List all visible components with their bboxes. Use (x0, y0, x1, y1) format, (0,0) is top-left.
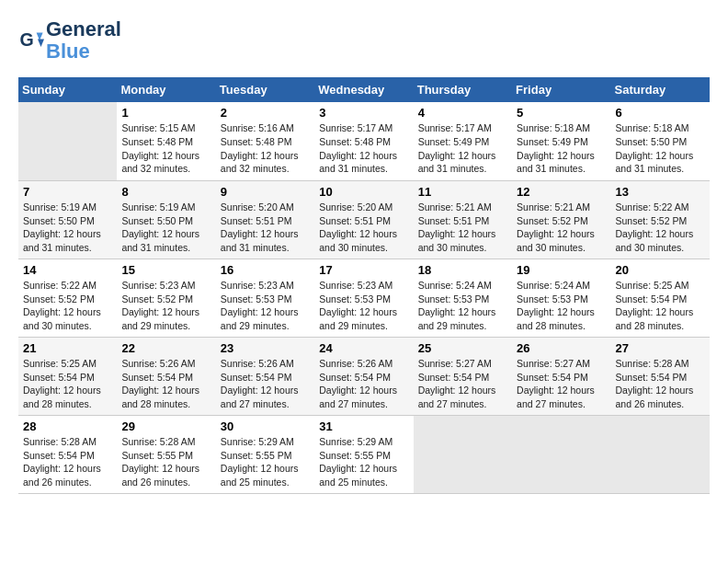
day-info: Sunrise: 5:25 AMSunset: 5:54 PMDaylight:… (23, 357, 112, 411)
calendar-week-row: 21Sunrise: 5:25 AMSunset: 5:54 PMDayligh… (18, 337, 710, 415)
svg-marker-2 (38, 40, 44, 47)
day-number: 18 (418, 263, 507, 277)
day-info: Sunrise: 5:29 AMSunset: 5:55 PMDaylight:… (221, 435, 310, 489)
day-number: 12 (517, 185, 606, 199)
day-number: 16 (221, 263, 310, 277)
day-info: Sunrise: 5:27 AMSunset: 5:54 PMDaylight:… (517, 357, 606, 411)
calendar-cell (18, 102, 117, 180)
calendar-cell: 24Sunrise: 5:26 AMSunset: 5:54 PMDayligh… (314, 337, 413, 415)
calendar-cell: 8Sunrise: 5:19 AMSunset: 5:50 PMDaylight… (117, 180, 215, 259)
calendar-cell (611, 415, 710, 493)
day-info: Sunrise: 5:18 AMSunset: 5:49 PMDaylight:… (517, 121, 606, 176)
calendar-cell: 7Sunrise: 5:19 AMSunset: 5:50 PMDaylight… (18, 180, 117, 259)
day-number: 6 (616, 106, 705, 120)
calendar-cell: 26Sunrise: 5:27 AMSunset: 5:54 PMDayligh… (512, 337, 610, 415)
calendar-cell: 20Sunrise: 5:25 AMSunset: 5:54 PMDayligh… (611, 259, 710, 337)
calendar-cell: 22Sunrise: 5:26 AMSunset: 5:54 PMDayligh… (117, 337, 215, 415)
day-number: 21 (23, 341, 112, 355)
day-number: 9 (221, 185, 310, 199)
day-number: 15 (121, 263, 210, 277)
day-number: 11 (418, 185, 507, 199)
day-number: 5 (517, 106, 606, 120)
calendar-header-row: SundayMondayTuesdayWednesdayThursdayFrid… (18, 77, 710, 102)
calendar-cell: 11Sunrise: 5:21 AMSunset: 5:51 PMDayligh… (414, 180, 512, 259)
calendar-table: SundayMondayTuesdayWednesdayThursdayFrid… (18, 77, 710, 494)
calendar-cell: 21Sunrise: 5:25 AMSunset: 5:54 PMDayligh… (18, 337, 117, 415)
day-number: 17 (319, 263, 408, 277)
day-info: Sunrise: 5:26 AMSunset: 5:54 PMDaylight:… (121, 357, 210, 411)
calendar-cell: 12Sunrise: 5:21 AMSunset: 5:52 PMDayligh… (512, 180, 610, 259)
day-number: 19 (517, 263, 606, 277)
day-number: 27 (616, 341, 705, 355)
header-day-monday: Monday (117, 77, 215, 102)
day-info: Sunrise: 5:20 AMSunset: 5:51 PMDaylight:… (221, 201, 310, 255)
day-number: 29 (121, 419, 210, 433)
day-info: Sunrise: 5:22 AMSunset: 5:52 PMDaylight:… (616, 201, 705, 255)
day-number: 4 (418, 106, 507, 120)
day-info: Sunrise: 5:23 AMSunset: 5:52 PMDaylight:… (121, 279, 210, 333)
day-number: 30 (221, 419, 310, 433)
calendar-cell: 31Sunrise: 5:29 AMSunset: 5:55 PMDayligh… (314, 415, 413, 493)
calendar-week-row: 28Sunrise: 5:28 AMSunset: 5:54 PMDayligh… (18, 415, 710, 493)
day-info: Sunrise: 5:28 AMSunset: 5:54 PMDaylight:… (23, 435, 112, 489)
header-day-friday: Friday (512, 77, 610, 102)
day-info: Sunrise: 5:28 AMSunset: 5:55 PMDaylight:… (121, 435, 210, 489)
calendar-week-row: 1Sunrise: 5:15 AMSunset: 5:48 PMDaylight… (18, 102, 710, 180)
day-info: Sunrise: 5:22 AMSunset: 5:52 PMDaylight:… (23, 279, 112, 333)
day-number: 1 (121, 106, 210, 120)
day-info: Sunrise: 5:18 AMSunset: 5:50 PMDaylight:… (616, 121, 705, 176)
day-number: 23 (221, 341, 310, 355)
calendar-cell: 16Sunrise: 5:23 AMSunset: 5:53 PMDayligh… (216, 259, 314, 337)
calendar-cell: 28Sunrise: 5:28 AMSunset: 5:54 PMDayligh… (18, 415, 117, 493)
header-day-wednesday: Wednesday (314, 77, 413, 102)
calendar-cell: 18Sunrise: 5:24 AMSunset: 5:53 PMDayligh… (414, 259, 512, 337)
svg-text:G: G (19, 29, 33, 50)
calendar-week-row: 14Sunrise: 5:22 AMSunset: 5:52 PMDayligh… (18, 259, 710, 337)
calendar-cell: 17Sunrise: 5:23 AMSunset: 5:53 PMDayligh… (314, 259, 413, 337)
day-info: Sunrise: 5:19 AMSunset: 5:50 PMDaylight:… (121, 201, 210, 255)
logo-icon: G (18, 28, 44, 53)
day-info: Sunrise: 5:23 AMSunset: 5:53 PMDaylight:… (319, 279, 408, 333)
calendar-cell: 29Sunrise: 5:28 AMSunset: 5:55 PMDayligh… (117, 415, 215, 493)
day-info: Sunrise: 5:28 AMSunset: 5:54 PMDaylight:… (616, 357, 705, 411)
calendar-cell: 23Sunrise: 5:26 AMSunset: 5:54 PMDayligh… (216, 337, 314, 415)
calendar-cell: 14Sunrise: 5:22 AMSunset: 5:52 PMDayligh… (18, 259, 117, 337)
day-number: 7 (23, 185, 112, 199)
day-number: 31 (319, 419, 408, 433)
calendar-cell: 19Sunrise: 5:24 AMSunset: 5:53 PMDayligh… (512, 259, 610, 337)
day-info: Sunrise: 5:16 AMSunset: 5:48 PMDaylight:… (221, 121, 310, 176)
calendar-cell: 27Sunrise: 5:28 AMSunset: 5:54 PMDayligh… (611, 337, 710, 415)
day-number: 13 (616, 185, 705, 199)
calendar-cell: 30Sunrise: 5:29 AMSunset: 5:55 PMDayligh… (216, 415, 314, 493)
day-info: Sunrise: 5:26 AMSunset: 5:54 PMDaylight:… (319, 357, 408, 411)
calendar-cell (512, 415, 610, 493)
calendar-cell: 1Sunrise: 5:15 AMSunset: 5:48 PMDaylight… (117, 102, 215, 180)
day-info: Sunrise: 5:23 AMSunset: 5:53 PMDaylight:… (221, 279, 310, 333)
calendar-cell: 5Sunrise: 5:18 AMSunset: 5:49 PMDaylight… (512, 102, 610, 180)
day-info: Sunrise: 5:29 AMSunset: 5:55 PMDaylight:… (319, 435, 408, 489)
day-number: 26 (517, 341, 606, 355)
day-number: 22 (121, 341, 210, 355)
header-day-tuesday: Tuesday (216, 77, 314, 102)
day-number: 28 (23, 419, 112, 433)
calendar-cell: 13Sunrise: 5:22 AMSunset: 5:52 PMDayligh… (611, 180, 710, 259)
day-number: 8 (121, 185, 210, 199)
day-info: Sunrise: 5:20 AMSunset: 5:51 PMDaylight:… (319, 201, 408, 255)
day-number: 14 (23, 263, 112, 277)
day-number: 3 (319, 106, 408, 120)
day-info: Sunrise: 5:24 AMSunset: 5:53 PMDaylight:… (418, 279, 507, 333)
calendar-cell: 10Sunrise: 5:20 AMSunset: 5:51 PMDayligh… (314, 180, 413, 259)
day-info: Sunrise: 5:26 AMSunset: 5:54 PMDaylight:… (221, 357, 310, 411)
calendar-cell (414, 415, 512, 493)
calendar-cell: 3Sunrise: 5:17 AMSunset: 5:48 PMDaylight… (314, 102, 413, 180)
header-day-saturday: Saturday (611, 77, 710, 102)
logo: G GeneralBlue (18, 18, 121, 63)
calendar-cell: 9Sunrise: 5:20 AMSunset: 5:51 PMDaylight… (216, 180, 314, 259)
calendar-cell: 25Sunrise: 5:27 AMSunset: 5:54 PMDayligh… (414, 337, 512, 415)
day-info: Sunrise: 5:19 AMSunset: 5:50 PMDaylight:… (23, 201, 112, 255)
header-day-sunday: Sunday (18, 77, 117, 102)
day-info: Sunrise: 5:17 AMSunset: 5:48 PMDaylight:… (319, 121, 408, 176)
page-header: G GeneralBlue (18, 18, 710, 63)
day-number: 24 (319, 341, 408, 355)
calendar-week-row: 7Sunrise: 5:19 AMSunset: 5:50 PMDaylight… (18, 180, 710, 259)
